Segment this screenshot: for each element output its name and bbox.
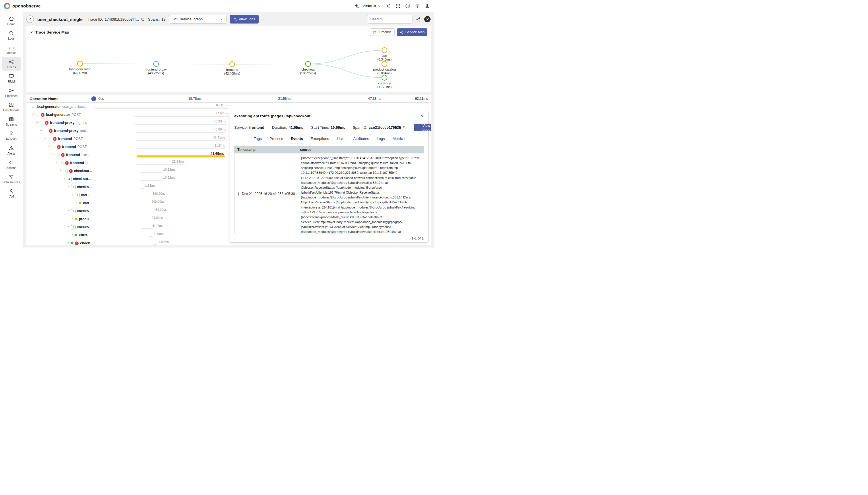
sidebar-item-pipelines[interactable]: Pipelines: [2, 86, 21, 99]
close-detail-icon[interactable]: [420, 114, 424, 118]
span-duration-bar[interactable]: [151, 196, 151, 197]
tab-process[interactable]: Process: [269, 137, 283, 143]
timeline-button[interactable]: Timeline: [370, 29, 395, 36]
tab-logs[interactable]: Logs: [377, 137, 384, 143]
span-duration-bar[interactable]: [137, 155, 225, 157]
sidebar-item-metrics[interactable]: Metrics: [2, 43, 21, 56]
search-input[interactable]: [367, 15, 412, 23]
sidebar-item-rum[interactable]: RUM: [2, 71, 21, 85]
map-node-load-generator[interactable]: [78, 61, 83, 66]
event-row[interactable]: ❯ Dec 21, 2025 16:20:41.253 +05:30 {"nam…: [234, 153, 424, 234]
span-duration-bar[interactable]: [150, 220, 150, 221]
span-duration-bar[interactable]: [137, 164, 185, 165]
settings-gear-icon[interactable]: [415, 3, 420, 8]
collapse-badge[interactable]: 1: [71, 225, 76, 229]
org-selector[interactable]: default: [363, 4, 381, 8]
close-trace-icon[interactable]: [424, 16, 430, 22]
span-duration-bar[interactable]: [151, 212, 153, 214]
stream-selector[interactable]: _o2_service_graph: [169, 15, 227, 23]
span-tree-cell[interactable]: 1!frontendPOST ...: [26, 143, 95, 151]
span-tree-cell[interactable]: 1checko...: [26, 223, 95, 231]
view-logs-button[interactable]: View Logs: [230, 15, 259, 23]
span-duration-bar[interactable]: [153, 244, 157, 245]
tab-links[interactable]: Links: [337, 137, 345, 143]
span-tree-cell[interactable]: 4checkout...: [26, 175, 95, 183]
map-node-cart[interactable]: [382, 48, 387, 53]
collapse-badge[interactable]: 1: [63, 169, 67, 173]
span-duration-bar[interactable]: [134, 116, 228, 117]
span-tree-cell[interactable]: 1!frontendgr...: [26, 159, 95, 167]
span-duration-bar[interactable]: [149, 236, 153, 237]
span-row[interactable]: 1load-generatoruser_checkout...63.11ms: [26, 103, 431, 111]
span-duration-bar[interactable]: [150, 204, 150, 205]
collapse-badge[interactable]: 1: [71, 185, 76, 189]
span-duration-bar[interactable]: [141, 188, 144, 189]
collapse-badge[interactable]: 1: [75, 193, 80, 197]
column-resize-handle[interactable]: ⋮: [91, 96, 96, 101]
map-node-product-catalog[interactable]: [382, 62, 387, 67]
sidebar-item-traces[interactable]: Traces: [2, 57, 21, 71]
span-tree-cell[interactable]: !check...: [26, 239, 95, 245]
map-node-checkout[interactable]: [306, 62, 311, 67]
tab-events[interactable]: Events: [291, 137, 303, 143]
detail-view-logs-button[interactable]: View Logs: [414, 124, 431, 131]
tab-attributes[interactable]: Attributes: [353, 137, 369, 143]
sidebar-item-alerts[interactable]: Alerts: [2, 143, 21, 157]
span-duration-bar[interactable]: [135, 124, 227, 125]
service-map-button[interactable]: Service Map: [397, 29, 427, 36]
span-tree-cell[interactable]: curre...: [26, 231, 95, 239]
span-tree-cell[interactable]: 1cart...: [26, 191, 95, 199]
span-tree-cell[interactable]: 1!frontendPOST: [26, 135, 95, 143]
help-icon[interactable]: [405, 3, 410, 8]
span-tree-cell[interactable]: produ...: [26, 215, 95, 223]
sidebar-item-home[interactable]: Home: [2, 14, 21, 28]
span-duration-bar[interactable]: [141, 172, 162, 173]
sidebar-item-actions[interactable]: Actions: [2, 158, 21, 171]
sidebar-item-logs[interactable]: Logs: [2, 29, 21, 42]
collapse-badge[interactable]: 1: [39, 121, 43, 125]
sidebar-item-dashboards[interactable]: Dashboards: [2, 100, 21, 114]
span-tree-cell[interactable]: 1checko...: [26, 183, 95, 191]
collapse-badge[interactable]: 1: [71, 209, 76, 214]
service-map-title[interactable]: Trace Service Map: [30, 30, 69, 34]
collapse-badge[interactable]: 4: [67, 177, 71, 181]
sidebar-item-reports[interactable]: Reports: [2, 129, 21, 142]
span-duration-bar[interactable]: [95, 107, 228, 109]
sidebar-item-iam[interactable]: IAM: [2, 186, 21, 200]
sidebar-item-data-sources[interactable]: Data sources: [2, 172, 21, 186]
collapse-badge[interactable]: 1: [43, 129, 47, 133]
span-tree-cell[interactable]: 1!checkout...: [26, 167, 95, 175]
span-duration-bar[interactable]: [141, 228, 152, 229]
collapse-badge[interactable]: 1: [59, 161, 63, 165]
span-tree-cell[interactable]: 1!frontendexe...: [26, 151, 95, 159]
span-duration-bar[interactable]: [135, 132, 227, 133]
map-node-currency[interactable]: [382, 75, 387, 80]
span-tree-cell[interactable]: 1load-generatoruser_checkout...: [26, 103, 95, 111]
share-icon[interactable]: [416, 17, 421, 22]
span-duration-bar[interactable]: [136, 140, 226, 141]
tab-exceptions[interactable]: Exceptions: [311, 137, 329, 143]
back-button[interactable]: [27, 16, 34, 23]
collapse-badge[interactable]: 1: [51, 145, 55, 149]
span-tree-cell[interactable]: 1checko...: [26, 207, 95, 215]
collapse-badge[interactable]: 1: [35, 113, 39, 117]
span-tree-cell[interactable]: 1!frontend-proxyrout...: [26, 127, 95, 135]
collapse-badge[interactable]: 1: [47, 137, 51, 141]
theme-toggle-icon[interactable]: [386, 3, 391, 8]
span-tree-cell[interactable]: 1!load-generatorPOST: [26, 111, 95, 119]
map-node-frontend-proxy[interactable]: [153, 62, 159, 67]
span-tree-cell[interactable]: cart...: [26, 199, 95, 207]
span-duration-bar[interactable]: [141, 180, 162, 181]
apps-grid-icon[interactable]: [395, 3, 401, 8]
collapse-badge[interactable]: 1: [31, 105, 35, 109]
sidebar-item-streams[interactable]: Streams: [2, 115, 21, 128]
span-tree-cell[interactable]: 1!frontend-proxyingress: [26, 119, 95, 127]
ai-sparkle-icon[interactable]: [354, 3, 359, 8]
event-timestamp-cell[interactable]: ❯ Dec 21, 2025 16:20:41.253 +05:30: [234, 153, 298, 234]
map-node-frontend[interactable]: [230, 62, 235, 67]
expand-caret-icon[interactable]: ❯: [238, 192, 240, 195]
copy-icon[interactable]: [403, 125, 407, 130]
user-profile-icon[interactable]: [425, 3, 430, 8]
copy-icon[interactable]: [141, 17, 145, 21]
tab-metrics[interactable]: Metrics: [393, 137, 405, 143]
